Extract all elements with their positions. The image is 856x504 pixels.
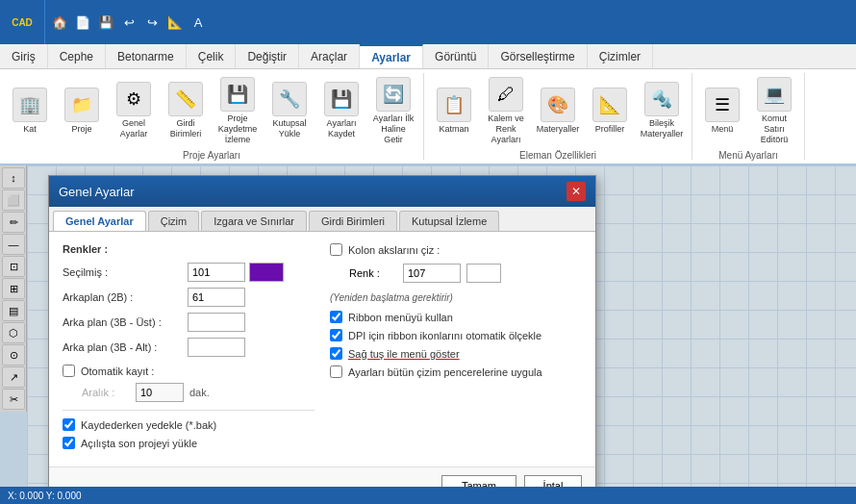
acilista-proje-checkbox[interactable] [63, 437, 75, 449]
tab-celik[interactable]: Çelik [187, 44, 237, 68]
ilk-haline-getir-label: Ayarları İlkHaline Getir [371, 113, 415, 144]
ribbon-btn-komut-satiri[interactable]: 💻 Komut SatırıEditörü [750, 75, 798, 146]
dpi-ribbon-row: DPI için ribbon ikonlarını otomatik ölçe… [330, 329, 582, 341]
aralik-unit: dak. [189, 387, 210, 398]
genel-ayarlar-dialog: Genel Ayarlar ✕ Genel Ayarlar Çizim Izga… [48, 175, 596, 504]
renk-input[interactable] [403, 264, 461, 283]
ribbon-group-eleman-ozellikleri: 📋 Katman 🖊 Kalem veRenk Ayarları 🎨 Mater… [424, 73, 692, 160]
dialog-body: Renkler : Seçilmiş : Arkaplan (2B) : [49, 232, 595, 466]
kaydederken-yedekle-row: Kaydederken yedekle (*.bak) [63, 418, 315, 431]
ribbon-btn-kutupsal-yukle[interactable]: 🔧 KutupsalYükle [265, 80, 314, 141]
materyaller-label: Materyaller [537, 124, 580, 135]
profiller-label: Profiller [595, 124, 625, 135]
sag-tus-menu-checkbox[interactable] [330, 347, 342, 360]
kalem-renk-icon: 🖊 [489, 77, 523, 112]
aralik-input[interactable] [136, 383, 184, 402]
tab-degistir[interactable]: Değiştir [236, 44, 299, 68]
new-file-icon[interactable]: 📄 [72, 12, 93, 33]
ribbon-btn-proje[interactable]: 📁 Proje [58, 86, 106, 137]
undo-icon[interactable]: ↩ [118, 12, 139, 33]
tab-giris[interactable]: Giriş [0, 44, 48, 68]
tab-ayarlar[interactable]: Ayarlar [360, 44, 423, 68]
arkaplan-3b-alt-input[interactable] [188, 338, 245, 357]
girdi-birimleri-icon: 📏 [168, 82, 203, 116]
bilecik-materyaller-icon: 🔩 [644, 82, 679, 116]
dialog-tab-izgara[interactable]: Izgara ve Sınırlar [201, 211, 307, 231]
dpi-ribbon-label: DPI için ribbon ikonlarını otomatik ölçe… [348, 330, 541, 341]
sag-tus-menu-label: Sağ tuş ile menü göster [348, 348, 460, 360]
dialog-tab-genel-ayarlar[interactable]: Genel Ayarlar [53, 211, 146, 231]
bilecik-materyaller-label: BileşikMateryaller [641, 118, 684, 139]
genel-ayarlar-icon: ⚙ [116, 82, 151, 116]
app-header: CAD 🏠 📄 💾 ↩ ↪ 📐 A [0, 0, 856, 44]
coord-bar: X: 0.000 Y: 0.000 [0, 487, 856, 504]
tab-gorsellestime[interactable]: Görselleştirme [489, 44, 587, 68]
ribbon-btn-kalem-renk[interactable]: 🖊 Kalem veRenk Ayarları [482, 75, 530, 146]
redo-icon[interactable]: ↪ [141, 12, 163, 33]
restart-note: (Yeniden başlatma gerektirir) [330, 292, 582, 303]
ayarlari-uygula-checkbox[interactable] [330, 365, 342, 378]
tab-goruntu[interactable]: Görüntü [423, 44, 489, 68]
ribbon-group-menu-ayarlari: ☰ Menü 💻 Komut SatırıEditörü Menü Ayarla… [692, 73, 805, 160]
ribbon-content: 🏢 Kat 📁 Proje ⚙ GenelAyarlar 📏 GirdiBiri… [0, 69, 856, 165]
renk-label: Renk : [349, 267, 397, 279]
kolon-checkbox[interactable] [330, 243, 342, 256]
ribbon-btn-ilk-haline-getir[interactable]: 🔄 Ayarları İlkHaline Getir [369, 75, 417, 146]
dialog-close-button[interactable]: ✕ [566, 182, 586, 201]
arkaplan-3b-ust-input-group [188, 313, 245, 332]
main-area: ↕ ⬜ ✏ — ⊡ ⊞ ▤ ⬡ ⊙ ↗ ✂ Genel Ayarlar ✕ [0, 165, 856, 504]
renk-color-box[interactable] [466, 264, 501, 283]
arkaplan-3b-alt-label: Arka plan (3B - Alt) : [63, 341, 188, 353]
dpi-ribbon-checkbox[interactable] [330, 329, 342, 341]
ribbon-btn-proje-kaydetme[interactable]: 💾 Proje Kaydetmeİzleme [214, 75, 262, 146]
logo-text: CAD [12, 17, 33, 28]
ribbon-btn-ayarlari-kaydet[interactable]: 💾 AyarlarıKaydet [317, 80, 365, 141]
home-icon[interactable]: 🏠 [49, 12, 70, 33]
tab-araclar[interactable]: Araçlar [299, 44, 360, 68]
materyaller-icon: 🎨 [541, 88, 575, 122]
dialog-overlay: Genel Ayarlar ✕ Genel Ayarlar Çizim Izga… [0, 165, 856, 504]
save-icon[interactable]: 💾 [95, 12, 116, 33]
text-icon[interactable]: A [188, 12, 209, 33]
proje-icon: 📁 [64, 88, 99, 122]
eleman-group-items: 📋 Katman 🖊 Kalem veRenk Ayarları 🎨 Mater… [430, 75, 686, 146]
secilmis-input[interactable] [188, 263, 245, 282]
ribbon-btn-girdi-birimleri[interactable]: 📏 GirdiBirimleri [162, 80, 210, 141]
arkaplan-2b-input[interactable] [188, 288, 245, 307]
dialog-tab-kutupsal-izleme[interactable]: Kutupsal İzleme [399, 211, 499, 231]
arkaplan-3b-ust-input[interactable] [188, 313, 245, 332]
kutupsal-yukle-label: KutupsalYükle [272, 118, 306, 139]
cad-logo: CAD [0, 0, 45, 44]
dialog-left-panel: Renkler : Seçilmiş : Arkaplan (2B) : [63, 243, 315, 455]
ribbon-btn-profiller[interactable]: 📐 Profiller [586, 86, 634, 137]
genel-ayarlar-label: GenelAyarlar [120, 118, 147, 139]
ribbon-btn-materyaller[interactable]: 🎨 Materyaller [534, 86, 582, 137]
ribbon-btn-menu[interactable]: ☰ Menü [698, 86, 746, 137]
kaydederken-yedekle-checkbox[interactable] [63, 418, 75, 431]
ribbon-btn-genel-ayarlar[interactable]: ⚙ GenelAyarlar [110, 80, 158, 141]
otomatik-kayit-checkbox[interactable] [63, 365, 75, 377]
secilmis-row: Seçilmiş : [63, 263, 315, 282]
proje-ayarlari-group-label: Proje Ayarları [183, 148, 240, 161]
ribbon-btn-katman[interactable]: 📋 Katman [430, 86, 478, 137]
ribbon-btn-kat[interactable]: 🏢 Kat [6, 86, 54, 137]
dialog-tab-girdi-birimleri[interactable]: Girdi Birimleri [309, 211, 397, 231]
dialog-titlebar: Genel Ayarlar ✕ [49, 176, 595, 207]
komut-satiri-icon: 💻 [757, 77, 792, 112]
secilmis-input-group [188, 263, 284, 282]
ribbon-btn-bilecik-materyaller[interactable]: 🔩 BileşikMateryaller [638, 80, 686, 141]
acilista-proje-label: Açılışta son projeyi yükle [81, 438, 197, 449]
app-container: CAD 🏠 📄 💾 ↩ ↪ 📐 A Giriş Cephe Betonarme … [0, 0, 856, 504]
measure-icon[interactable]: 📐 [164, 12, 186, 33]
tab-betonarme[interactable]: Betonarme [106, 44, 187, 68]
tab-cephe[interactable]: Cephe [48, 44, 106, 68]
ribbon-tabs: Giriş Cephe Betonarme Çelik Değiştir Ara… [0, 44, 856, 69]
dialog-tab-cizim[interactable]: Çizim [148, 211, 200, 231]
dialog-right-panel: Kolon akslarını çiz : Renk : (Yeniden ba… [330, 243, 582, 455]
ribbon-menu-checkbox[interactable] [330, 311, 342, 323]
secilmis-color-box[interactable] [249, 263, 284, 282]
proje-label: Proje [71, 124, 91, 135]
tab-cizimler[interactable]: Çizimler [588, 44, 653, 68]
proje-kaydetme-label: Proje Kaydetmeİzleme [215, 113, 260, 144]
arkaplan-2b-label: Arkaplan (2B) : [63, 291, 188, 303]
